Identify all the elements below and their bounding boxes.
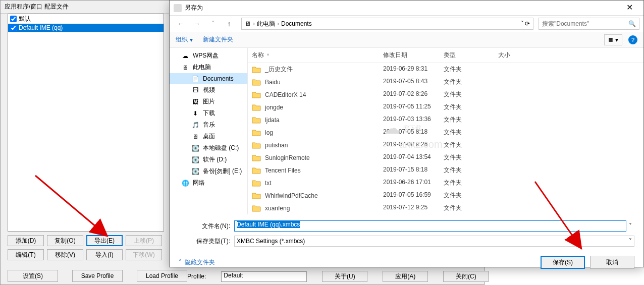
file-date: 2019-07-03 13:36 bbox=[379, 115, 440, 125]
pc-icon: 🖥 bbox=[181, 64, 190, 72]
profile-item-qq[interactable]: Default IME (qq) bbox=[8, 24, 164, 32]
breadcrumb[interactable]: 🖥 › 此电脑 › Documents ˅ ⟳ bbox=[241, 18, 533, 30]
col-type[interactable]: 类型 bbox=[440, 50, 494, 61]
file-type: 文件夹 bbox=[440, 140, 494, 150]
video-icon: 🎞 bbox=[191, 86, 200, 94]
tree-item[interactable]: 🖼图片 bbox=[170, 96, 247, 107]
file-type: 文件夹 bbox=[440, 165, 494, 176]
dialog-titlebar[interactable]: 另存为 ✕ bbox=[170, 1, 643, 16]
tree-item[interactable]: 🌐网络 bbox=[170, 177, 247, 189]
tree-item[interactable]: 💽软件 (D:) bbox=[170, 154, 247, 165]
file-row[interactable]: log2019-07-05 8:18文件夹 bbox=[248, 126, 643, 139]
file-type: 文件夹 bbox=[440, 115, 494, 125]
file-name: jongde bbox=[265, 104, 283, 111]
chevron-up-icon: ˄ bbox=[179, 259, 182, 266]
file-date: 2019-07-05 16:59 bbox=[379, 190, 440, 201]
profile-item-default[interactable]: 默认 bbox=[8, 14, 164, 24]
file-date: 2019-07-05 8:18 bbox=[379, 127, 440, 138]
breadcrumb-folder[interactable]: Documents bbox=[281, 20, 312, 27]
tree-item[interactable]: 💽备份[勿删] (E:) bbox=[170, 165, 247, 177]
hide-folders-toggle[interactable]: ˄ 隐藏文件夹 bbox=[179, 258, 215, 267]
doc-icon: 📄 bbox=[191, 75, 200, 83]
chevron-down-icon[interactable]: ˅ bbox=[626, 222, 634, 230]
file-row[interactable]: WhirlwindPdfCache2019-07-05 16:59文件夹 bbox=[248, 189, 643, 202]
tree-item[interactable]: 🖥桌面 bbox=[170, 131, 247, 142]
folder-icon bbox=[252, 79, 261, 86]
col-name[interactable]: 名称^ bbox=[248, 50, 379, 61]
remove-button[interactable]: 移除(V) bbox=[47, 249, 83, 260]
help-icon[interactable]: ? bbox=[628, 35, 637, 44]
file-row[interactable]: CADEditorX 142019-07-02 8:26文件夹 bbox=[248, 88, 643, 101]
cancel-button[interactable]: 取消 bbox=[590, 256, 634, 269]
add-button[interactable]: 添加(D) bbox=[8, 235, 44, 246]
import-button[interactable]: 导入(I) bbox=[86, 249, 123, 260]
file-row[interactable]: SunloginRemote2019-07-04 13:54文件夹 bbox=[248, 151, 643, 164]
tree-item[interactable]: 🖥此电脑 bbox=[170, 62, 247, 73]
refresh-icon[interactable]: ⟳ bbox=[525, 20, 530, 27]
copy-button[interactable]: 复制(O) bbox=[47, 235, 83, 246]
filetype-select[interactable]: XMBC Settings (*.xmbcs) ˅ bbox=[234, 236, 634, 247]
file-name: SunloginRemote bbox=[265, 154, 310, 161]
new-folder-button[interactable]: 新建文件夹 bbox=[203, 35, 233, 44]
nav-up-icon[interactable]: ↑ bbox=[222, 18, 236, 30]
folder-icon bbox=[252, 180, 261, 187]
tree-item[interactable]: 📄Documents bbox=[170, 73, 247, 84]
movedown-button: 下移(W) bbox=[126, 249, 162, 260]
nav-recent-icon[interactable]: ˅ bbox=[206, 18, 220, 30]
folder-icon bbox=[252, 167, 261, 174]
edit-button[interactable]: 编辑(T) bbox=[8, 249, 44, 260]
file-row[interactable]: txt2019-06-26 17:01文件夹 bbox=[248, 177, 643, 189]
folder-icon bbox=[252, 66, 261, 73]
profile-checkbox[interactable] bbox=[10, 25, 17, 31]
file-list-header: 名称^ 修改日期 类型 大小 bbox=[248, 48, 643, 63]
chevron-down-icon[interactable]: ˅ bbox=[521, 20, 524, 27]
close-icon[interactable]: ✕ bbox=[619, 1, 639, 15]
tree-label: 音乐 bbox=[203, 121, 215, 129]
file-name: putishan bbox=[265, 142, 288, 149]
music-icon: 🎵 bbox=[191, 121, 200, 129]
file-list[interactable]: 名称^ 修改日期 类型 大小 _历史文件2019-06-29 8:31文件夹Ba… bbox=[248, 48, 643, 214]
tree-label: 下载 bbox=[203, 109, 215, 118]
export-button[interactable]: 导出(E) bbox=[86, 235, 123, 246]
file-row[interactable]: ljdata2019-07-03 13:36文件夹 bbox=[248, 113, 643, 126]
file-row[interactable]: putishan2019-07-08 9:26文件夹 bbox=[248, 139, 643, 151]
sort-asc-icon: ^ bbox=[267, 53, 269, 58]
breadcrumb-pc[interactable]: 此电脑 bbox=[257, 20, 275, 28]
file-row[interactable]: _历史文件2019-06-29 8:31文件夹 bbox=[248, 63, 643, 76]
organize-menu[interactable]: 组织 ▾ bbox=[176, 35, 193, 44]
file-type: 文件夹 bbox=[440, 127, 494, 138]
profile-checkbox[interactable] bbox=[10, 16, 17, 22]
profile-list[interactable]: 默认 Default IME (qq) bbox=[8, 14, 164, 232]
nav-back-icon[interactable]: ← bbox=[174, 18, 188, 30]
search-icon[interactable]: 🔍 bbox=[628, 20, 636, 27]
save-profile-button[interactable]: Save Profile bbox=[72, 270, 123, 282]
settings-button[interactable]: 设置(S) bbox=[8, 270, 58, 282]
tree-item[interactable]: ☁WPS网盘 bbox=[170, 50, 247, 62]
desktop-icon: 🖥 bbox=[191, 133, 200, 141]
view-mode-button[interactable]: ≣ ▾ bbox=[604, 34, 622, 45]
file-row[interactable]: Baidu2019-07-05 8:43文件夹 bbox=[248, 76, 643, 88]
search-input[interactable] bbox=[542, 20, 628, 27]
file-type: 文件夹 bbox=[440, 190, 494, 201]
col-size[interactable]: 大小 bbox=[494, 50, 534, 61]
file-size bbox=[494, 89, 534, 100]
file-row[interactable]: jongde2019-07-05 11:25文件夹 bbox=[248, 101, 643, 113]
tree-label: 此电脑 bbox=[193, 63, 211, 72]
file-type: 文件夹 bbox=[440, 203, 494, 213]
tree-item[interactable]: ⬇下载 bbox=[170, 107, 247, 119]
file-size bbox=[494, 178, 534, 188]
filename-input[interactable]: Default IME (qq).xmbcs bbox=[234, 220, 626, 232]
tree-item[interactable]: 🎞视频 bbox=[170, 84, 247, 96]
tree-label: 备份[勿删] (E:) bbox=[203, 167, 242, 176]
nav-tree[interactable]: ☁WPS网盘🖥此电脑📄Documents🎞视频🖼图片⬇下载🎵音乐🖥桌面💽本地磁盘… bbox=[170, 48, 248, 214]
tree-item[interactable]: 💽本地磁盘 (C:) bbox=[170, 142, 247, 154]
file-size bbox=[494, 115, 534, 125]
col-date[interactable]: 修改日期 bbox=[379, 50, 440, 61]
search-box[interactable]: 🔍 bbox=[539, 18, 639, 30]
tree-item[interactable]: 🎵音乐 bbox=[170, 119, 247, 131]
file-name: _历史文件 bbox=[265, 65, 293, 74]
file-row[interactable]: Tencent Files2019-07-15 8:18文件夹 bbox=[248, 164, 643, 177]
cloud-icon: ☁ bbox=[181, 52, 190, 60]
file-row[interactable]: xuanfeng2019-07-12 9:25文件夹 bbox=[248, 202, 643, 214]
save-button[interactable]: 保存(S) bbox=[541, 256, 585, 269]
